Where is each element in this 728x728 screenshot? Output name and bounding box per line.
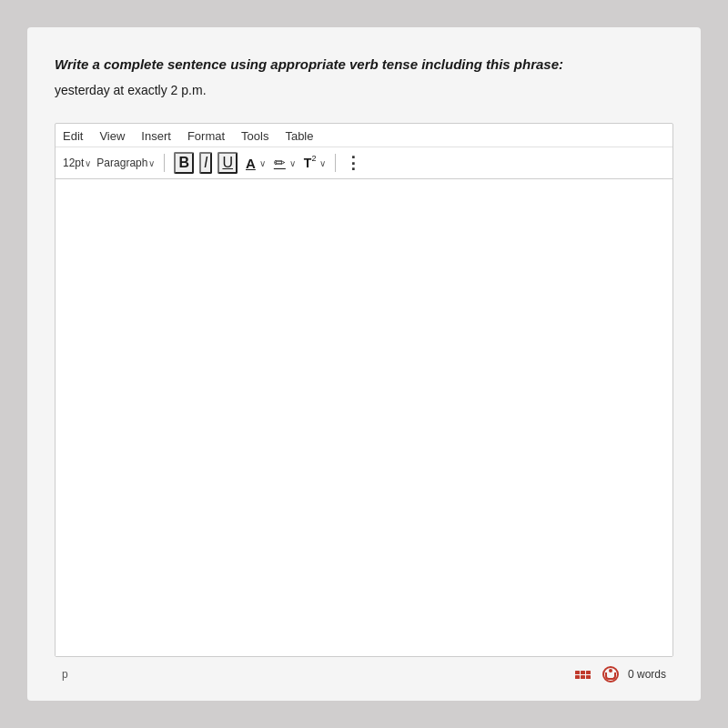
superscript-group[interactable]: T2 ∨ — [301, 155, 327, 171]
text-input[interactable] — [65, 188, 663, 647]
menu-bar: Edit View Insert Format Tools Table — [56, 124, 672, 147]
word-count: 0 words — [628, 668, 666, 681]
menu-tools[interactable]: Tools — [241, 129, 268, 143]
toolbar: 12pt ∨ Paragraph ∨ B I U A ∨ ✏ ∨ T2 ∨ — [56, 147, 672, 179]
more-options-button[interactable]: ⋮ — [345, 153, 360, 173]
highlight-group[interactable]: ✏ ∨ — [271, 154, 296, 172]
menu-format[interactable]: Format — [187, 129, 225, 143]
element-indicator: p — [62, 668, 68, 681]
accessibility-icon-button[interactable] — [602, 666, 619, 682]
superscript-button: T2 — [301, 155, 319, 171]
prompt-title: Write a complete sentence using appropri… — [55, 55, 673, 74]
status-bar: p 0 words — [55, 661, 673, 682]
page-container: Write a complete sentence using appropri… — [27, 27, 701, 701]
font-color-chevron: ∨ — [259, 158, 266, 168]
menu-view[interactable]: View — [99, 129, 125, 143]
highlight-button: ✏ — [271, 154, 288, 172]
font-size-chevron: ∨ — [85, 158, 91, 168]
status-right: 0 words — [573, 666, 666, 682]
underline-button[interactable]: U — [217, 152, 238, 174]
menu-table[interactable]: Table — [285, 129, 313, 143]
toolbar-divider-1 — [164, 154, 165, 172]
font-size-select[interactable]: 12pt ∨ — [63, 157, 91, 169]
font-color-group[interactable]: A ∨ — [243, 155, 266, 172]
italic-button[interactable]: I — [199, 152, 212, 174]
toolbar-divider-2 — [335, 154, 336, 172]
menu-edit[interactable]: Edit — [63, 129, 83, 143]
paragraph-style-select[interactable]: Paragraph ∨ — [96, 157, 155, 169]
font-color-button: A — [243, 155, 258, 172]
text-area-body — [56, 179, 672, 656]
superscript-chevron: ∨ — [319, 158, 326, 168]
bold-button[interactable]: B — [174, 152, 194, 174]
highlight-chevron: ∨ — [289, 158, 296, 168]
grid-icon-button[interactable] — [573, 667, 593, 682]
prompt-phrase: yesterday at exactly 2 p.m. — [55, 83, 673, 97]
menu-insert[interactable]: Insert — [141, 129, 171, 143]
paragraph-style-label: Paragraph — [96, 157, 147, 169]
editor-container: Edit View Insert Format Tools Table 12pt… — [55, 123, 673, 657]
grid-icon — [575, 671, 591, 679]
font-size-label: 12pt — [63, 157, 84, 169]
paragraph-chevron: ∨ — [148, 158, 155, 168]
